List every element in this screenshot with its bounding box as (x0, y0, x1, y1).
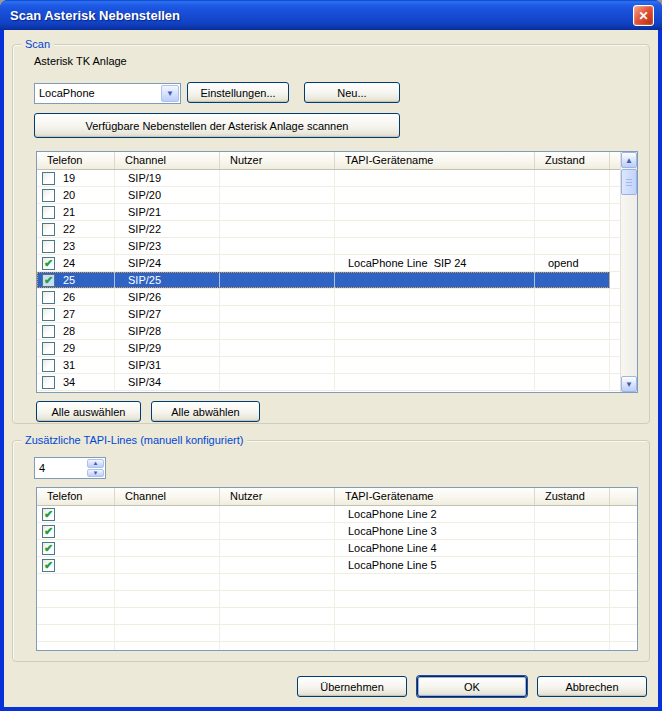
cell-zustand (535, 187, 610, 203)
column-header-tapi-ger-tename[interactable]: TAPI-Gerätename (335, 152, 535, 169)
row-checkbox-checked[interactable]: ✔ (42, 274, 55, 287)
table-row-empty (37, 642, 637, 650)
column-header-channel[interactable]: Channel (115, 152, 220, 169)
row-checkbox-unchecked[interactable] (42, 206, 55, 219)
cell-tapi-geraetename: LocaPhone Line 4 (335, 540, 535, 556)
cell-fill (610, 323, 620, 339)
telefon-number: 31 (63, 357, 75, 373)
column-header-channel[interactable]: Channel (115, 488, 220, 505)
table-row[interactable]: 27SIP/27 (37, 306, 620, 323)
stepper-up-button[interactable]: ▲ (87, 459, 104, 468)
cell-telefon: ✔ (37, 540, 115, 556)
table-row[interactable]: ✔LocaPhone Line 4 (37, 540, 637, 557)
row-checkbox-checked[interactable]: ✔ (42, 542, 55, 555)
table-row[interactable]: ✔24SIP/24LocaPhone Line SIP 24opend (37, 255, 620, 272)
table-row[interactable]: 23SIP/23 (37, 238, 620, 255)
pbx-select[interactable]: LocaPhone ▼ (34, 83, 181, 104)
row-checkbox-unchecked[interactable] (42, 172, 55, 185)
column-header-tapi-ger-tename[interactable]: TAPI-Gerätename (335, 488, 535, 505)
cell-tapi-geraetename (335, 272, 535, 288)
deselect-all-button[interactable]: Alle abwählen (151, 401, 260, 422)
cell-empty (335, 642, 535, 650)
table-row[interactable]: 26SIP/26 (37, 289, 620, 306)
cell-empty (220, 625, 335, 641)
table-row[interactable]: 22SIP/22 (37, 221, 620, 238)
cell-telefon: ✔ (37, 557, 115, 573)
telefon-number: 24 (63, 255, 75, 271)
title-bar[interactable]: Scan Asterisk Nebenstellen ✕ (0, 0, 662, 30)
row-checkbox-unchecked[interactable] (42, 342, 55, 355)
cell-tapi-geraetename (335, 170, 535, 186)
table-row[interactable]: 34SIP/34 (37, 374, 620, 391)
row-checkbox-checked[interactable]: ✔ (42, 559, 55, 572)
cell-empty (335, 608, 535, 624)
cell-channel (115, 557, 220, 573)
cell-empty (610, 591, 637, 607)
table-row[interactable]: ✔LocaPhone Line 2 (37, 506, 637, 523)
cell-empty (535, 591, 610, 607)
cell-telefon: ✔25 (37, 272, 115, 288)
cell-nutzer (220, 255, 335, 271)
table-row[interactable]: 21SIP/21 (37, 204, 620, 221)
ok-button[interactable]: OK (417, 676, 527, 697)
column-header-telefon[interactable]: Telefon (37, 152, 115, 169)
column-header-zustand[interactable]: Zustand (535, 488, 610, 505)
table-row[interactable]: 20SIP/20 (37, 187, 620, 204)
table-row[interactable]: ✔LocaPhone Line 3 (37, 523, 637, 540)
scrollbar-thumb[interactable] (621, 169, 637, 195)
row-checkbox-unchecked[interactable] (42, 359, 55, 372)
row-checkbox-unchecked[interactable] (42, 291, 55, 304)
table-row[interactable]: 31SIP/31 (37, 357, 620, 374)
row-checkbox-unchecked[interactable] (42, 240, 55, 253)
cell-zustand (535, 221, 610, 237)
cell-fill (610, 170, 620, 186)
settings-button[interactable]: Einstellungen... (187, 82, 289, 103)
table-row[interactable]: 19SIP/19 (37, 170, 620, 187)
row-checkbox-checked[interactable]: ✔ (42, 508, 55, 521)
dialog-client-area: Scan Asterisk TK Anlage LocaPhone ▼ Eins… (4, 30, 658, 707)
cell-zustand (535, 523, 610, 539)
table-row[interactable]: ✔LocaPhone Line 5 (37, 557, 637, 574)
cell-tapi-geraetename: LocaPhone Line SIP 24 (335, 255, 535, 271)
column-header-zustand[interactable]: Zustand (535, 152, 610, 169)
column-header-nutzer[interactable]: Nutzer (220, 152, 335, 169)
column-header-nutzer[interactable]: Nutzer (220, 488, 335, 505)
row-checkbox-checked[interactable]: ✔ (42, 257, 55, 270)
close-button[interactable]: ✕ (633, 5, 654, 26)
combo-dropdown-button[interactable]: ▼ (161, 85, 179, 102)
cell-telefon: 20 (37, 187, 115, 203)
row-checkbox-unchecked[interactable] (42, 223, 55, 236)
cell-nutzer (220, 523, 335, 539)
table-row[interactable]: 28SIP/28 (37, 323, 620, 340)
select-all-button[interactable]: Alle auswählen (36, 401, 141, 422)
cell-fill (610, 272, 620, 288)
stepper-down-button[interactable]: ▼ (87, 469, 104, 478)
row-checkbox-unchecked[interactable] (42, 308, 55, 321)
table-row-empty (37, 608, 637, 625)
cancel-button[interactable]: Abbrechen (537, 676, 647, 697)
cell-channel: SIP/21 (115, 204, 220, 220)
column-header-telefon[interactable]: Telefon (37, 488, 115, 505)
new-button[interactable]: Neu... (304, 82, 400, 103)
apply-button[interactable]: Übernehmen (297, 676, 407, 697)
cell-channel: SIP/22 (115, 221, 220, 237)
telefon-number: 27 (63, 306, 75, 322)
column-header-fill (610, 488, 637, 505)
tapi-line-count-stepper[interactable]: 4 ▲ ▼ (34, 457, 106, 479)
scroll-down-button[interactable]: ▼ (621, 376, 637, 392)
cell-zustand (535, 374, 610, 390)
row-checkbox-unchecked[interactable] (42, 189, 55, 202)
table-row[interactable]: 29SIP/29 (37, 340, 620, 357)
row-checkbox-unchecked[interactable] (42, 325, 55, 338)
row-checkbox-unchecked[interactable] (42, 376, 55, 389)
scan-extensions-button[interactable]: Verfügbare Nebenstellen der Asterisk Anl… (34, 113, 400, 138)
cell-nutzer (220, 204, 335, 220)
cell-zustand (535, 323, 610, 339)
vertical-scrollbar[interactable]: ▲ ▼ (620, 152, 637, 392)
cell-telefon: 28 (37, 323, 115, 339)
row-checkbox-checked[interactable]: ✔ (42, 525, 55, 538)
scroll-up-button[interactable]: ▲ (621, 152, 637, 168)
table-row[interactable]: ✔25SIP/25 (37, 272, 620, 289)
cell-empty (535, 608, 610, 624)
telefon-number: 21 (63, 204, 75, 220)
